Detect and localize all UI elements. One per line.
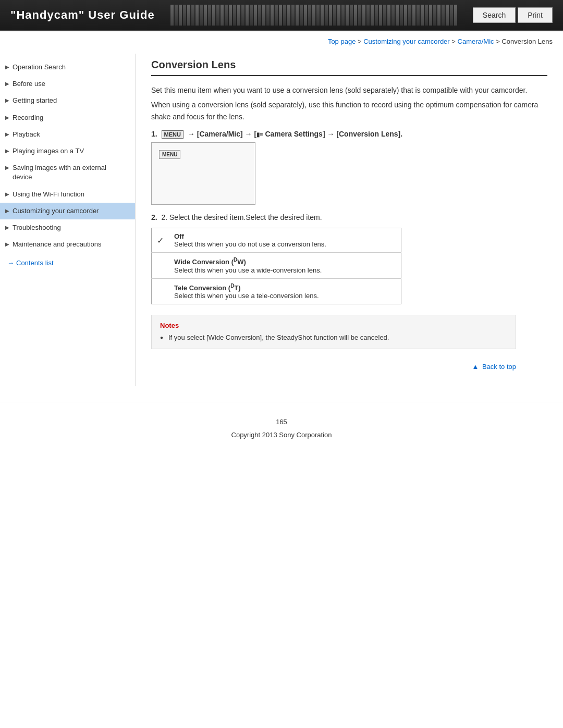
- option-content-off: Off Select this when you do not use a co…: [169, 228, 401, 253]
- options-table: ✓ Off Select this when you do not use a …: [151, 228, 401, 304]
- step1-container: 1. MENU → [Camera/Mic] → [▮≡ Camera Sett…: [151, 130, 547, 138]
- sidebar-item-label: Customizing your camcorder: [13, 206, 128, 216]
- sidebar-item-customizing[interactable]: ▶ Customizing your camcorder: [0, 203, 135, 219]
- print-button[interactable]: Print: [518, 7, 553, 23]
- chevron-right-icon: ▶: [5, 131, 9, 138]
- main-content: Conversion Lens Set this menu item when …: [136, 54, 563, 386]
- sidebar-item-label: Saving images with an external device: [13, 163, 128, 182]
- sidebar-item-playback[interactable]: ▶ Playback: [0, 126, 135, 143]
- contents-list-label: Contents list: [16, 259, 54, 267]
- sidebar-item-recording[interactable]: ▶ Recording: [0, 109, 135, 126]
- sidebar-item-maintenance[interactable]: ▶ Maintenance and precautions: [0, 236, 135, 253]
- chevron-right-icon: ▶: [5, 191, 9, 198]
- option-check-tele: [152, 278, 169, 304]
- sidebar: ▶ Operation Search ▶ Before use ▶ Gettin…: [0, 54, 136, 386]
- back-to-top-link[interactable]: ▲ Back to top: [151, 357, 516, 376]
- search-button[interactable]: Search: [473, 7, 516, 23]
- chevron-right-icon: ▶: [5, 147, 9, 155]
- arrow-right-icon: →: [7, 259, 14, 267]
- sidebar-item-label: Operation Search: [13, 63, 128, 72]
- site-title: "Handycam" User Guide: [10, 8, 155, 22]
- page-title: Conversion Lens: [151, 59, 547, 76]
- sidebar-item-troubleshooting[interactable]: ▶ Troubleshooting: [0, 219, 135, 236]
- chevron-right-icon: ▶: [5, 164, 9, 171]
- step1-number: 1.: [151, 130, 157, 138]
- chevron-right-icon: ▶: [5, 97, 9, 104]
- notes-item-1: If you select [Wide Conversion], the Ste…: [160, 332, 507, 343]
- triangle-up-icon: ▲: [472, 363, 479, 371]
- option-desc-wide: Select this when you use a wide-conversi…: [174, 266, 396, 274]
- menu-button-icon: MENU: [162, 130, 183, 139]
- breadcrumb-current: Conversion Lens: [501, 38, 553, 45]
- menu-path-text: → [Camera/Mic] → [▮≡ Camera Settings] → …: [188, 130, 402, 138]
- notes-section: Notes If you select [Wide Conversion], t…: [151, 315, 516, 350]
- chevron-right-icon: ▶: [5, 80, 9, 88]
- footer: 165 Copyright 2013 Sony Corporation: [0, 402, 563, 449]
- sidebar-item-label: Troubleshooting: [13, 223, 128, 232]
- option-title-wide: Wide Conversion (DW): [174, 257, 396, 266]
- sidebar-item-label: Maintenance and precautions: [13, 240, 128, 249]
- breadcrumb-top-page[interactable]: Top page: [328, 38, 356, 45]
- sidebar-item-label: Getting started: [13, 96, 128, 105]
- option-row-wide: Wide Conversion (DW) Select this when yo…: [152, 253, 401, 278]
- header-decoration: [170, 0, 457, 30]
- option-check-wide: [152, 253, 169, 278]
- step2-label: 2. 2. Select the desired item.Select the…: [151, 213, 547, 221]
- sidebar-item-label: Recording: [13, 113, 128, 122]
- sidebar-item-wifi[interactable]: ▶ Using the Wi-Fi function: [0, 186, 135, 203]
- copyright-text: Copyright 2013 Sony Corporation: [10, 431, 553, 439]
- sidebar-item-getting-started[interactable]: ▶ Getting started: [0, 92, 135, 109]
- option-desc-off: Select this when you do not use a conver…: [174, 240, 396, 248]
- intro-text-2: When using a conversion lens (sold separ…: [151, 99, 547, 122]
- contents-list-link[interactable]: → Contents list: [0, 253, 135, 273]
- chevron-right-icon: ▶: [5, 241, 9, 248]
- sidebar-item-label: Before use: [13, 79, 128, 89]
- menu-screenshot: MENU: [151, 142, 255, 205]
- option-desc-tele: Select this when you use a tele-conversi…: [174, 292, 396, 300]
- chevron-right-icon: ▶: [5, 64, 9, 71]
- option-content-wide: Wide Conversion (DW) Select this when yo…: [169, 253, 401, 278]
- option-row-off: ✓ Off Select this when you do not use a …: [152, 228, 401, 253]
- option-title-tele: Tele Conversion (DT): [174, 283, 396, 292]
- sidebar-item-label: Playing images on a TV: [13, 146, 128, 156]
- chevron-right-icon: ▶: [5, 207, 9, 215]
- sidebar-item-operation-search[interactable]: ▶ Operation Search: [0, 59, 135, 76]
- intro-text-1: Set this menu item when you want to use …: [151, 84, 547, 96]
- page-layout: ▶ Operation Search ▶ Before use ▶ Gettin…: [0, 48, 563, 391]
- page-number: 165: [10, 413, 553, 431]
- sidebar-item-label: Using the Wi-Fi function: [13, 190, 128, 199]
- breadcrumb-customizing[interactable]: Customizing your camcorder: [363, 38, 449, 45]
- option-title-off: Off: [174, 232, 396, 240]
- breadcrumb-camera-mic[interactable]: Camera/Mic: [458, 38, 494, 45]
- chevron-right-icon: ▶: [5, 114, 9, 121]
- sidebar-item-label: Playback: [13, 130, 128, 139]
- sidebar-item-before-use[interactable]: ▶ Before use: [0, 76, 135, 92]
- header-actions: Search Print: [473, 7, 553, 23]
- sidebar-item-saving-images[interactable]: ▶ Saving images with an external device: [0, 159, 135, 186]
- option-content-tele: Tele Conversion (DT) Select this when yo…: [169, 278, 401, 304]
- notes-title: Notes: [160, 322, 507, 329]
- menu-button-sim: MENU: [159, 150, 180, 159]
- breadcrumb: Top page > Customizing your camcorder > …: [0, 31, 563, 48]
- chevron-right-icon: ▶: [5, 224, 9, 231]
- sidebar-item-playing-images[interactable]: ▶ Playing images on a TV: [0, 143, 135, 159]
- back-to-top-label: Back to top: [482, 363, 516, 371]
- option-row-tele: Tele Conversion (DT) Select this when yo…: [152, 278, 401, 304]
- option-check-off: ✓: [152, 228, 169, 253]
- header: "Handycam" User Guide Searc: [0, 0, 563, 31]
